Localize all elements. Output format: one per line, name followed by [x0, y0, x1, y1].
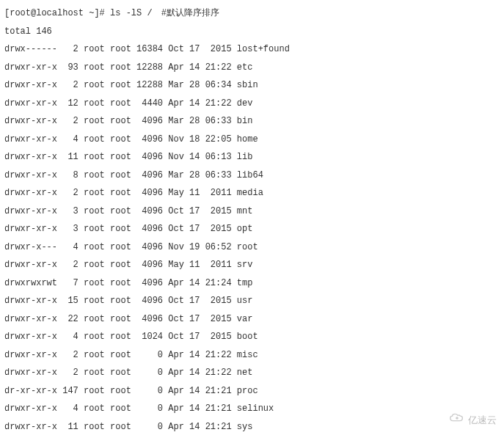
terminal-output: [root@localhost ~]# ls -lS /#默认降序排序 tota…: [4, 4, 500, 435]
table-row: drwxr-xr-x 93 root root 12288 Apr 14 21:…: [4, 59, 500, 77]
total-line: total 146: [4, 23, 500, 41]
command-comment: #默认降序排序: [161, 8, 219, 18]
table-row: drwxr-xr-x 2 root root 0 Apr 14 21:22 ne…: [4, 364, 500, 382]
table-row: drwxrwxrwt 7 root root 4096 Apr 14 21:24…: [4, 274, 500, 293]
table-row: drwxr-xr-x 4 root root 4096 Nov 18 22:05…: [4, 131, 500, 149]
table-row: drwxr-xr-x 8 root root 4096 Mar 28 06:33…: [4, 167, 500, 185]
table-row: drwxr-xr-x 2 root root 12288 Mar 28 06:3…: [4, 76, 500, 95]
svg-point-0: [456, 417, 458, 418]
table-row: drwxr-xr-x 12 root root 4440 Apr 14 21:2…: [4, 95, 500, 113]
table-row: drwxr-xr-x 4 root root 0 Apr 14 21:21 se…: [4, 400, 500, 418]
table-row: drwxr-xr-x 2 root root 4096 Mar 28 06:33…: [4, 112, 500, 131]
command-text: ls -lS /: [110, 8, 153, 18]
table-row: drwxr-xr-x 3 root root 4096 Oct 17 2015 …: [4, 202, 500, 221]
table-row: drwxr-xr-x 4 root root 1024 Oct 17 2015 …: [4, 328, 500, 346]
table-row: drwxr-xr-x 11 root root 0 Apr 14 21:21 s…: [4, 418, 500, 436]
watermark: 亿速云: [449, 412, 497, 430]
table-row: drwxr-xr-x 3 root root 4096 Oct 17 2015 …: [4, 220, 500, 238]
table-row: drwxr-xr-x 15 root root 4096 Oct 17 2015…: [4, 292, 500, 310]
table-row: dr-xr-xr-x 147 root root 0 Apr 14 21:21 …: [4, 382, 500, 401]
watermark-text: 亿速云: [468, 412, 497, 430]
table-row: drwxr-xr-x 11 root root 4096 Nov 14 06:1…: [4, 148, 500, 167]
file-listing: drwx------ 2 root root 16384 Oct 17 2015…: [4, 40, 500, 435]
total-value: 146: [36, 26, 52, 37]
total-label: total: [4, 26, 31, 37]
cloud-icon: [449, 412, 468, 430]
table-row: drwxr-xr-x 22 root root 4096 Oct 17 2015…: [4, 310, 500, 329]
table-row: drwxr-xr-x 2 root root 0 Apr 14 21:22 mi…: [4, 346, 500, 365]
table-row: drwxr-xr-x 2 root root 4096 May 11 2011 …: [4, 184, 500, 202]
table-row: drwx------ 2 root root 16384 Oct 17 2015…: [4, 40, 500, 59]
table-row: drwxr-xr-x 2 root root 4096 May 11 2011 …: [4, 256, 500, 274]
shell-prompt: [root@localhost ~]#: [4, 8, 110, 18]
table-row: drwxr-x--- 4 root root 4096 Nov 19 06:52…: [4, 238, 500, 257]
command-line: [root@localhost ~]# ls -lS /#默认降序排序: [4, 4, 500, 23]
